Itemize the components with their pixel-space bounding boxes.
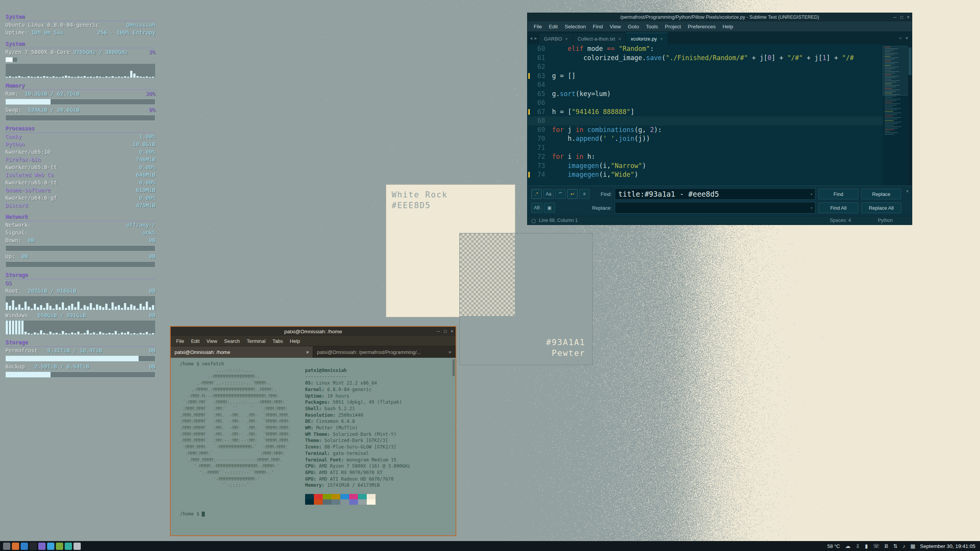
battery-icon[interactable]: ▮ xyxy=(865,543,868,549)
code-editor[interactable]: 60 elif mode == "Random":61 colorized_im… xyxy=(528,44,883,186)
find-panel-close-icon[interactable]: × xyxy=(906,188,909,194)
terminal-menu-view[interactable]: View xyxy=(203,337,220,345)
terminal-tab-patxi-omnissiah-home[interactable]: patxi@Omnissiah: /home× xyxy=(171,346,313,358)
context-toggle[interactable]: ▣ xyxy=(544,203,555,213)
tab-close-icon[interactable]: × xyxy=(306,349,309,355)
terminal-menu-search[interactable]: Search xyxy=(221,337,243,345)
sublime-menu-tools[interactable]: Tools xyxy=(643,23,661,30)
maximize-icon[interactable]: □ xyxy=(900,15,903,20)
indentation-status[interactable]: Spaces: 4 xyxy=(830,218,851,223)
sublime-menu-view[interactable]: View xyxy=(607,23,624,30)
text-editor-icon[interactable] xyxy=(56,543,63,550)
terminal-menu-file[interactable]: File xyxy=(173,337,187,345)
code-line-69[interactable]: 69for j in combinations(g, 2): xyxy=(528,126,883,135)
shell-prompt[interactable]: /home $ xyxy=(180,511,456,517)
regex-toggle[interactable]: .* xyxy=(531,189,542,199)
record-icon[interactable]: ▢ xyxy=(531,218,536,223)
terminal-menu-edit[interactable]: Edit xyxy=(188,337,203,345)
sublime-titlebar[interactable]: /permafrost/Programming/Python/Pillow Pi… xyxy=(528,13,912,21)
volume-icon[interactable]: ♪ xyxy=(903,543,905,549)
close-icon[interactable]: × xyxy=(907,15,910,20)
code-line-63[interactable]: 63g = [] xyxy=(528,72,883,81)
updates-icon[interactable]: ⇩ xyxy=(856,543,860,549)
terminal-icon[interactable] xyxy=(29,543,37,550)
code-line-66[interactable]: 66 xyxy=(528,98,883,108)
case-sensitive-toggle[interactable]: Aa xyxy=(543,189,554,199)
sublime-menu-preferences[interactable]: Preferences xyxy=(685,23,719,30)
code-line-71[interactable]: 71 xyxy=(528,143,883,153)
tab-close-icon[interactable]: × xyxy=(660,36,663,42)
code-line-65[interactable]: 65g.sort(key=lum) xyxy=(528,90,883,99)
tab-overflow-icon[interactable]: ▾ xyxy=(905,35,908,41)
terminal-menu-help[interactable]: Help xyxy=(287,337,303,345)
find-input[interactable]: title:#93a1a1 - #eee8d5▾ xyxy=(615,188,815,200)
clock[interactable]: September 30, 19:41:05 xyxy=(920,543,975,549)
replace-button[interactable]: Replace xyxy=(861,189,901,199)
terminal-menu-terminal[interactable]: Terminal xyxy=(244,337,269,345)
terminal-titlebar[interactable]: patxi@Omnissiah: /home ─ □ × xyxy=(171,327,456,336)
bluetooth-icon[interactable]: Ƀ xyxy=(885,543,888,549)
files-icon[interactable] xyxy=(12,543,19,550)
sublime-window[interactable]: /permafrost/Programming/Python/Pillow Pi… xyxy=(527,13,912,225)
terminal-content[interactable]: /home $ neofetch ...-:::::-... .-MMMMMMM… xyxy=(171,358,456,535)
wrap-toggle[interactable]: ↩ xyxy=(567,189,578,199)
code-line-67[interactable]: 67h = ["941416 888888"] xyxy=(528,108,883,117)
screenshot-icon[interactable] xyxy=(74,543,81,550)
discord-icon[interactable] xyxy=(38,543,46,550)
close-icon[interactable]: × xyxy=(451,329,453,334)
terminal-scrollbar[interactable] xyxy=(452,359,455,376)
code-line-70[interactable]: 70 h.append(' '.join(j)) xyxy=(528,134,883,143)
tab-close-icon[interactable]: × xyxy=(618,36,621,42)
tab-scroll-left-icon[interactable]: ◂ xyxy=(530,35,532,41)
weather-icon[interactable]: ☁ xyxy=(845,543,851,549)
replace-all-button[interactable]: Replace All xyxy=(861,202,901,213)
code-line-73[interactable]: 73 imagegen(i,"Narrow") xyxy=(528,161,883,171)
code-line-68[interactable]: 68 xyxy=(528,116,883,126)
minimize-icon[interactable]: ─ xyxy=(437,329,440,334)
phone-icon[interactable]: ☏ xyxy=(873,543,880,549)
find-history-icon[interactable]: ▾ xyxy=(810,192,813,197)
code-line-64[interactable]: 64 xyxy=(528,80,883,90)
code-line-60[interactable]: 60 elif mode == "Random": xyxy=(528,44,883,54)
minimap[interactable] xyxy=(883,44,908,186)
music-icon[interactable] xyxy=(65,543,72,550)
minimap-viewport[interactable] xyxy=(883,46,909,96)
scrollbar-thumb[interactable] xyxy=(908,47,911,75)
code-line-74[interactable]: 74 imagegen(i,"Wide") xyxy=(528,170,883,179)
tab-scroll-right-icon[interactable]: ▸ xyxy=(535,35,537,41)
tab-close-icon[interactable]: × xyxy=(565,36,568,42)
editor-tab-xcolorize-py[interactable]: xcolorize.py× xyxy=(626,33,668,44)
telegram-icon[interactable] xyxy=(47,543,54,550)
minimize-icon[interactable]: ─ xyxy=(893,15,897,20)
editor-tab-garbo[interactable]: GARBO× xyxy=(539,33,573,44)
syntax-status[interactable]: Python xyxy=(878,218,893,223)
find-button[interactable]: Find xyxy=(818,189,858,199)
terminal-tab-patxi-omnissiah-permafrost-programming[interactable]: patxi@Omnissiah: /permafrost/Programming… xyxy=(313,346,456,358)
editor-scrollbar[interactable] xyxy=(908,44,912,186)
sublime-menu-help[interactable]: Help xyxy=(720,23,737,30)
tab-close-icon[interactable]: × xyxy=(448,349,451,355)
terminal-menu-tabs[interactable]: Tabs xyxy=(270,337,286,345)
editor-tab-collect-a-thon-txt[interactable]: Collect-a-thon.txt× xyxy=(573,33,626,44)
replace-input[interactable]: ▾ xyxy=(615,202,815,214)
in-selection-toggle[interactable]: ≡ xyxy=(579,189,590,199)
code-line-72[interactable]: 72for i in h: xyxy=(528,152,883,161)
sublime-menu-find[interactable]: Find xyxy=(590,23,606,30)
code-line-61[interactable]: 61 colorized_image.save("./Finished/Rand… xyxy=(528,54,883,63)
calendar-icon[interactable]: ▦ xyxy=(910,543,915,549)
workspace-switcher-icon[interactable] xyxy=(3,543,10,550)
image-window-pewter[interactable]: #93A1A1Pewter xyxy=(459,233,593,365)
replace-history-icon[interactable]: ▾ xyxy=(810,205,813,210)
sublime-menu-edit[interactable]: Edit xyxy=(546,23,561,30)
find-all-button[interactable]: Find All xyxy=(818,202,858,213)
firefox-icon[interactable] xyxy=(21,543,28,550)
whole-word-toggle[interactable]: “” xyxy=(555,189,565,199)
sublime-menu-file[interactable]: File xyxy=(531,23,545,30)
new-tab-icon[interactable]: + xyxy=(899,35,902,41)
network-icon[interactable]: ⇅ xyxy=(893,543,898,549)
maximize-icon[interactable]: □ xyxy=(444,329,447,334)
code-line-62[interactable]: 62 xyxy=(528,62,883,72)
sublime-menu-project[interactable]: Project xyxy=(662,23,684,30)
preserve-case-toggle[interactable]: AB xyxy=(531,203,542,213)
sublime-menu-selection[interactable]: Selection xyxy=(562,23,589,30)
